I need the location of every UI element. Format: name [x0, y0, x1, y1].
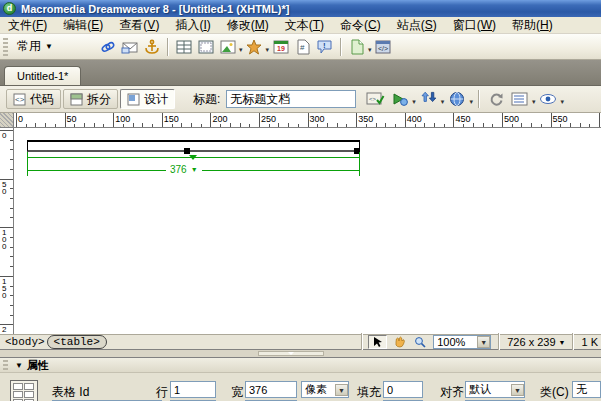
align-value: 默认	[469, 382, 491, 397]
padding-input[interactable]	[383, 381, 423, 398]
doc-title-input[interactable]	[226, 90, 356, 108]
ruler-minor-tick	[10, 159, 13, 160]
width-unit-combo[interactable]: 像素▼	[301, 381, 349, 398]
ruler-minor-tick	[10, 256, 13, 257]
ruler-label: 500	[504, 114, 519, 124]
file-management-icon[interactable]	[418, 89, 440, 109]
ruler-minor-tick	[10, 208, 13, 209]
preview-browser-icon[interactable]	[446, 89, 468, 109]
table-thumbnail-icon	[10, 380, 38, 401]
image-dropdown-arrow-icon[interactable]: ▾	[239, 46, 243, 54]
visual-aids-icon[interactable]	[537, 89, 559, 109]
named-anchor-icon[interactable]	[142, 37, 162, 57]
panel-grip	[3, 360, 8, 371]
menu-item-h[interactable]: 帮助(H)	[504, 17, 561, 34]
panel-splitter[interactable]	[0, 350, 601, 357]
status-toolbar: 100% ▼ 726 x 239 ▼ 1 K	[357, 334, 601, 350]
code-view-icon: <>	[13, 93, 26, 106]
menu-item-t[interactable]: 文本(T)	[277, 17, 332, 34]
width-input[interactable]	[245, 381, 297, 398]
ruler-minor-tick	[172, 124, 173, 127]
magnification-combo[interactable]: 100% ▼	[433, 335, 491, 349]
preview-browser-dropdown-arrow-icon[interactable]: ▾	[469, 98, 473, 106]
splitter-collapse-handle[interactable]	[258, 351, 324, 356]
chevron-down-icon: ▼	[559, 339, 566, 346]
rows-input[interactable]	[170, 381, 216, 398]
date-icon[interactable]: 19	[271, 37, 291, 57]
design-view-button[interactable]: 设计	[120, 89, 175, 109]
email-link-icon[interactable]	[120, 37, 140, 57]
toolbar-grip	[3, 38, 8, 56]
tag-chooser-icon[interactable]: </>	[373, 37, 393, 57]
align-combo[interactable]: 默认▼	[465, 381, 525, 398]
design-canvas[interactable]: 376 ▼	[14, 128, 601, 334]
table-width-menu[interactable]: 376 ▼	[166, 164, 202, 175]
insert-toolbar: 常用 ▼ ▾▾19#!▾</>	[0, 34, 601, 60]
tab-untitled-1[interactable]: Untitled-1*	[4, 66, 81, 85]
code-view-button[interactable]: <> 代码	[6, 89, 61, 109]
hand-tool-button[interactable]	[389, 335, 408, 349]
insert-div-icon[interactable]	[196, 37, 216, 57]
hyperlink-icon[interactable]	[98, 37, 118, 57]
ruler-minor-tick	[201, 124, 202, 127]
ruler-minor-tick	[327, 123, 328, 127]
comment-icon[interactable]: !	[315, 37, 335, 57]
ruler-minor-tick	[288, 123, 289, 127]
ruler-minor-tick	[220, 124, 221, 127]
table-resize-handle-bottom[interactable]	[184, 148, 190, 154]
validate-markup-icon[interactable]: <>	[365, 89, 387, 109]
ruler-minor-tick	[512, 124, 513, 127]
media-dropdown-arrow-icon[interactable]: ▾	[265, 46, 269, 54]
zoom-tool-button[interactable]	[410, 335, 429, 349]
properties-header[interactable]: ▼ 属性	[0, 358, 601, 373]
media-icon[interactable]	[244, 37, 264, 57]
template-dropdown-arrow-icon[interactable]: ▾	[368, 46, 372, 54]
class-input[interactable]	[572, 381, 601, 398]
toolbar-separator	[340, 38, 342, 56]
ruler-major-tick	[210, 113, 211, 127]
ruler-major-tick	[259, 113, 260, 127]
ruler-major-tick	[308, 113, 309, 127]
tag-body[interactable]: <body>	[3, 336, 47, 348]
menu-item-e[interactable]: 编辑(E)	[55, 17, 111, 34]
refresh-icon[interactable]	[485, 89, 507, 109]
server-include-icon[interactable]: #	[293, 37, 313, 57]
menu-item-m[interactable]: 修改(M)	[219, 17, 277, 34]
ruler-minor-tick	[10, 198, 13, 199]
tag-table[interactable]: <table>	[47, 335, 107, 349]
menu-item-w[interactable]: 窗口(W)	[445, 17, 504, 34]
file-management-dropdown-arrow-icon[interactable]: ▾	[441, 98, 445, 106]
ruler-label: 150	[2, 278, 6, 299]
insert-category-dropdown[interactable]: 常用 ▼	[11, 38, 59, 55]
template-icon[interactable]	[347, 37, 367, 57]
table-width-bar-right-edge	[359, 152, 360, 176]
ruler-minor-tick	[10, 140, 13, 141]
window-size-menu[interactable]: 726 x 239 ▼	[507, 336, 565, 348]
menu-item-v[interactable]: 查看(V)	[111, 17, 167, 34]
preview-debug-dropdown-arrow-icon[interactable]: ▾	[412, 98, 416, 106]
table-width-bar-left-edge	[27, 152, 28, 176]
menu-item-s[interactable]: 站点(S)	[389, 17, 445, 34]
ruler-minor-tick	[10, 247, 13, 248]
width-unit-value: 像素	[305, 382, 327, 397]
split-view-button[interactable]: 拆分	[63, 89, 118, 109]
ruler-minor-tick	[10, 188, 13, 189]
table-id-label: 表格 Id	[52, 384, 89, 401]
select-tool-button[interactable]	[368, 335, 387, 349]
menu-item-c[interactable]: 命令(C)	[332, 17, 389, 34]
visual-aids-dropdown-arrow-icon[interactable]: ▾	[560, 98, 564, 106]
rows-label: 行	[156, 384, 168, 401]
ruler-minor-tick	[541, 124, 542, 127]
view-options-icon[interactable]	[509, 89, 531, 109]
view-options-dropdown-arrow-icon[interactable]: ▾	[532, 98, 536, 106]
column-menu-arrow-icon[interactable]	[189, 155, 197, 160]
menu-item-f[interactable]: 文件(F)	[0, 17, 55, 34]
selected-table[interactable]	[27, 140, 360, 152]
image-icon[interactable]	[218, 37, 238, 57]
preview-debug-icon[interactable]	[389, 89, 411, 109]
table-icon[interactable]	[174, 37, 194, 57]
menu-item-i[interactable]: 插入(I)	[167, 17, 218, 34]
ruler-origin-box[interactable]	[0, 113, 14, 128]
chevron-down-icon: ▼	[45, 42, 53, 51]
ruler-minor-tick	[133, 123, 134, 127]
